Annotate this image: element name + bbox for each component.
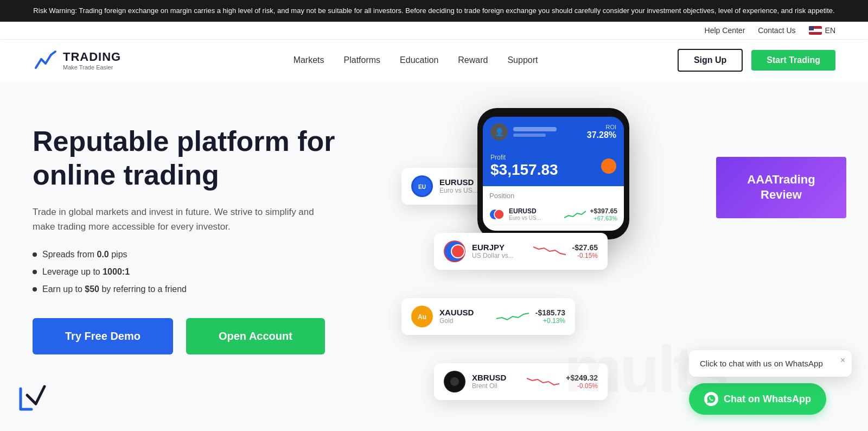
help-center-link[interactable]: Help Center [705,26,745,35]
feature-list: Spreads from 0.0 pips Leverage up to 100… [33,250,401,294]
whatsapp-popup-close[interactable]: × [840,356,845,365]
hero-actions: Try Free Demo Open Account [33,318,401,354]
eurjpy-values: -$27.65 -0.15% [572,243,598,259]
logo-brand: TRADING [63,50,121,64]
open-account-button[interactable]: Open Account [186,318,325,354]
eurjpy-amount: -$27.65 [572,243,598,252]
phone-roi: ROI 37.28% [587,124,616,140]
eurusd-icon: EU [411,175,433,197]
phone-user-info [513,127,582,137]
xauusd-icon: Au [411,306,433,327]
xauusd-sparkline [496,309,529,324]
xbrusd-pair: XBRUSD [472,373,520,382]
nav-reward[interactable]: Reward [458,55,488,65]
nav-education[interactable]: Education [400,55,438,65]
profit-label: Profit [490,154,558,161]
risk-warning-bar: Risk Warning: Trading foreign exchange o… [0,0,868,22]
nav-markets[interactable]: Markets [293,55,324,65]
contact-us-link[interactable]: Contact Us [758,26,795,35]
xauusd-pct: +0.13% [535,317,565,325]
eurjpy-sparkline [533,244,566,259]
phone-screen: 👤 ROI 37.28% [483,117,624,231]
xauusd-info: XAUUSD Gold [439,308,490,325]
xbrusd-icon [444,371,465,392]
review-badge-text: AAATrading Review [747,173,815,202]
feature-spreads-text: Spreads from 0.0 pips [42,250,127,259]
bullet-dot-2 [33,270,37,274]
card-xauusd: Au XAUUSD Gold -$185.73 +0.13% [401,298,575,335]
xbrusd-info: XBRUSD Brent Oil [472,373,520,390]
xauusd-amount: -$185.73 [535,308,565,317]
xauusd-values: -$185.73 +0.13% [535,308,565,325]
flag-icon [809,26,822,35]
roi-label: ROI [587,124,616,130]
position-label: Position [489,192,617,200]
eurjpy-icon [444,240,465,262]
hero-content: Reputable platform for online trading Tr… [33,113,401,354]
bullet-dot-1 [33,252,37,257]
phone-body: Position EURUSD Euro vs US... +$ [483,186,624,231]
feature-leverage-text: Leverage up to 1000:1 [42,267,130,277]
nav-actions: Sign Up Start Trading [678,49,835,72]
feature-referral: Earn up to $50 by referring to a friend [33,284,401,294]
nav-links: Markets Platforms Education Reward Suppo… [154,55,678,65]
phone-user-row: 👤 ROI 37.28% [490,123,616,141]
phone-frame: 👤 ROI 37.28% [477,108,629,239]
feature-referral-text: Earn up to $50 by referring to a friend [42,284,187,294]
xbrusd-sparkline [527,374,559,389]
phone-user-line2 [513,134,546,137]
hero-title-line1: Reputable platform for [33,125,335,157]
svg-text:Au: Au [418,313,426,321]
whatsapp-chat-button[interactable]: Chat on WhatsApp [689,383,826,415]
svg-line-3 [51,52,55,55]
hero-description: Trade in global markets and invest in fu… [33,205,326,234]
hero-title-line2: online trading [33,159,219,191]
bullet-dot-3 [33,287,37,291]
pos-eurusd-chart [564,209,586,220]
svg-text:EU: EU [418,184,426,190]
profit-value: $3,157.83 [490,161,558,179]
nav-support[interactable]: Support [507,55,538,65]
phone-header: 👤 ROI 37.28% [483,117,624,149]
position-eurusd: EURUSD Euro vs US... +$397.65 +67.63% [489,204,617,225]
svg-line-2 [46,55,51,64]
phone-profit-row: Profit $3,157.83 [483,149,624,186]
language-selector[interactable]: EN [809,26,835,35]
svg-line-0 [36,59,41,68]
feature-leverage: Leverage up to 1000:1 [33,267,401,277]
pos-eurusd-value: +$397.65 +67.63% [590,207,617,221]
phone-profit-info: Profit $3,157.83 [490,154,558,179]
eurjpy-pair: EURJPY [472,243,527,252]
eurjpy-pct: -0.15% [572,252,598,259]
try-free-demo-button[interactable]: Try Free Demo [33,318,173,354]
roi-value: 37.28% [587,130,616,140]
main-navbar: TRADING Make Trade Easier Markets Platfo… [0,40,868,81]
language-label: EN [825,26,835,35]
nav-platforms[interactable]: Platforms [344,55,381,65]
phone-user-line1 [513,127,557,131]
xauusd-name: Gold [439,317,490,325]
feature-spreads: Spreads from 0.0 pips [33,250,401,259]
svg-point-10 [451,245,464,258]
logo-subtitle: Make Trade Easier [63,64,121,71]
card-eurjpy: EURJPY US Dollar vs... -$27.65 -0.15% [434,233,608,270]
eurjpy-info: EURJPY US Dollar vs... [472,243,527,259]
review-badge[interactable]: AAATrading Review [716,157,846,218]
whatsapp-btn-text: Chat on WhatsApp [724,394,811,405]
logo[interactable]: TRADING Make Trade Easier [33,47,121,73]
start-trading-button[interactable]: Start Trading [751,50,835,71]
hero-title: Reputable platform for online trading [33,124,401,192]
utility-bar: Help Center Contact Us EN [0,22,868,40]
signup-button[interactable]: Sign Up [678,49,743,72]
svg-point-8 [494,210,504,219]
profit-dot [601,159,616,174]
whatsapp-popup: Click to chat with us on WhatsApp × [689,350,852,377]
whatsapp-widget: Click to chat with us on WhatsApp × Chat… [689,350,852,415]
logo-icon [33,47,59,73]
lc-logo [16,382,49,415]
whatsapp-icon [704,392,718,406]
whatsapp-popup-text: Click to chat with us on WhatsApp [700,359,823,368]
lc-logo-icon [16,382,49,415]
logo-text-group: TRADING Make Trade Easier [63,50,121,71]
risk-warning-text: Risk Warning: Trading foreign exchange o… [33,7,834,15]
